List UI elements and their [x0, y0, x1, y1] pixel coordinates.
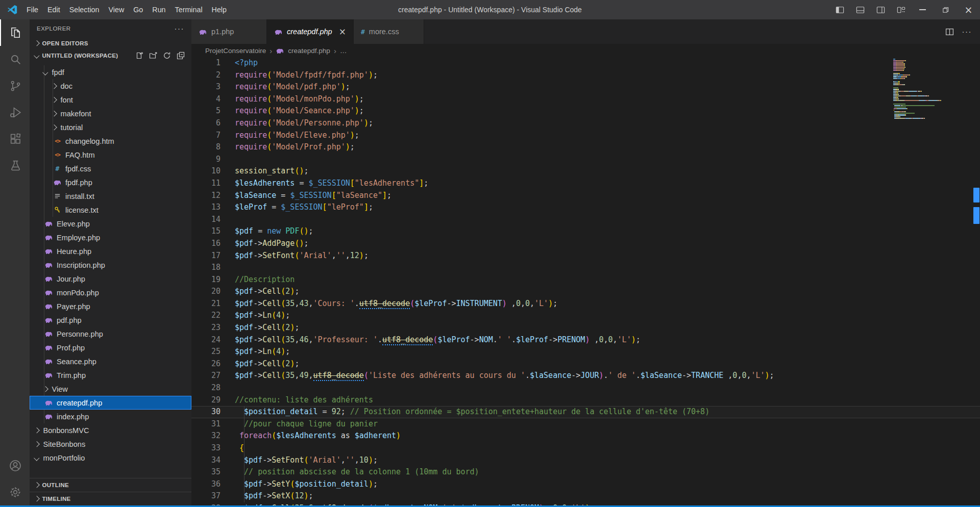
menu-help[interactable]: Help: [207, 0, 231, 19]
line-number: 36: [191, 478, 220, 491]
split-editor-icon[interactable]: [945, 28, 954, 36]
php-file-icon: [199, 28, 207, 36]
section-timeline[interactable]: TIMELINE: [30, 492, 191, 505]
ruler-marker: [973, 207, 979, 224]
tab-createpdf.php[interactable]: createpdf.php×: [267, 19, 354, 44]
menu-selection[interactable]: Selection: [65, 0, 104, 19]
tree-item-label: install.txt: [65, 192, 94, 200]
tree-item-pdf.php[interactable]: pdf.php: [30, 313, 191, 327]
editor-more-actions-icon[interactable]: ···: [962, 29, 972, 34]
breadcrumb-item[interactable]: …: [340, 47, 347, 55]
tree-item-monPdo.php[interactable]: monPdo.php: [30, 286, 191, 299]
tree-item-FAQ.htm[interactable]: <>FAQ.htm: [30, 148, 191, 162]
gear-icon: [9, 486, 22, 499]
activity-run-and-debug[interactable]: [0, 99, 30, 125]
menu-file[interactable]: File: [22, 0, 43, 19]
tree-item-index.php[interactable]: index.php: [30, 410, 191, 423]
menu-view[interactable]: View: [104, 0, 129, 19]
tree-item-fpdf.php[interactable]: fpdf.php: [30, 175, 191, 189]
activity-bar: [0, 19, 30, 505]
menu-edit[interactable]: Edit: [43, 0, 65, 19]
line-number: 14: [191, 214, 220, 226]
tree-item-makefont[interactable]: makefont: [30, 107, 191, 120]
toggle-panel-icon[interactable]: [850, 0, 870, 19]
tree-item-Prof.php[interactable]: Prof.php: [30, 341, 191, 354]
code-editor[interactable]: 1<?php2require('Model/fpdf/fpdf.php');3r…: [191, 57, 980, 505]
tree-item-Payer.php[interactable]: Payer.php: [30, 299, 191, 313]
tree-item-SiteBonbons[interactable]: SiteBonbons: [30, 437, 191, 451]
tree-item-doc[interactable]: doc: [30, 79, 191, 93]
tab-p1.php[interactable]: p1.php: [191, 19, 267, 44]
line-number: 30: [191, 406, 220, 418]
tree-item-Seance.php[interactable]: Seance.php: [30, 354, 191, 368]
minimap-line: [893, 78, 971, 79]
tree-item-Eleve.php[interactable]: Eleve.php: [30, 217, 191, 231]
activity-settings[interactable]: [0, 479, 30, 505]
tree-item-View[interactable]: View: [30, 382, 191, 396]
tree-item-font[interactable]: font: [30, 93, 191, 107]
customize-layout-icon[interactable]: [891, 0, 911, 19]
breadcrumb-item[interactable]: createpdf.php: [288, 47, 330, 55]
minimap-line: [893, 113, 971, 114]
deprecated-function: utf8_decode: [318, 503, 369, 505]
section-outline[interactable]: OUTLINE: [30, 478, 191, 492]
close-tab-icon[interactable]: ×: [339, 28, 346, 36]
menu-terminal[interactable]: Terminal: [170, 0, 207, 19]
minimize-button[interactable]: [911, 0, 934, 19]
activity-explorer[interactable]: [0, 19, 30, 46]
overview-ruler[interactable]: [972, 57, 980, 505]
tree-item-fpdf[interactable]: fpdf: [30, 65, 191, 79]
code-text: require('Model/monPdo.php');: [220, 93, 364, 106]
refresh-icon[interactable]: [162, 51, 172, 60]
tree-item-Jour.php[interactable]: Jour.php: [30, 272, 191, 286]
code-text: $pdf = new PDF();: [220, 225, 313, 238]
new-file-icon[interactable]: [135, 51, 144, 60]
restore-button[interactable]: [934, 0, 957, 19]
code-line-28: 28: [191, 382, 980, 394]
code-line-30: 30 $position_detail = 92; // Position or…: [191, 406, 980, 418]
tree-item-Trim.php[interactable]: Trim.php: [30, 368, 191, 382]
tree-item-Heure.php[interactable]: Heure.php: [30, 244, 191, 258]
toggle-sidebar-icon[interactable]: [829, 0, 850, 19]
minimap-line: [893, 111, 971, 112]
tree-item-install.txt[interactable]: install.txt: [30, 189, 191, 203]
deprecated-function: utf8_decode: [359, 299, 410, 309]
activity-search[interactable]: [0, 46, 30, 72]
minimap-line: [893, 81, 971, 82]
code-text: require('Model/fpdf/fpdf.php');: [220, 69, 378, 82]
menu-run[interactable]: Run: [148, 0, 170, 19]
tree-item-tutorial[interactable]: tutorial: [30, 120, 191, 134]
tree-item-changelog.htm[interactable]: <>changelog.htm: [30, 134, 191, 148]
tree-item-license.txt[interactable]: license.txt: [30, 203, 191, 217]
activity-accounts[interactable]: [0, 452, 30, 479]
tab-more.css[interactable]: #more.css: [354, 19, 424, 44]
explorer-more-actions-icon[interactable]: ···: [175, 26, 185, 31]
code-line-14: 14: [191, 214, 980, 226]
tree-item-Personne.php[interactable]: Personne.php: [30, 327, 191, 341]
section-open-editors[interactable]: OPEN EDITORS: [30, 37, 191, 49]
menu-go[interactable]: Go: [129, 0, 148, 19]
close-window-button[interactable]: ×: [957, 0, 980, 19]
activity-testing[interactable]: [0, 152, 30, 179]
toggle-secondary-sidebar-icon[interactable]: [870, 0, 891, 19]
tree-item-fpdf.css[interactable]: #fpdf.css: [30, 162, 191, 175]
tree-item-createpdf.php[interactable]: createpdf.php: [30, 396, 191, 410]
activity-extensions[interactable]: [0, 125, 30, 152]
minimap-line: [893, 63, 971, 64]
activity-source-control[interactable]: [0, 72, 30, 99]
code-line-34: 34 $pdf->SetFont('Arial','',10);: [191, 454, 980, 467]
tree-item-BonbonsMVC[interactable]: BonbonsMVC: [30, 423, 191, 437]
minimap-line: [893, 110, 971, 111]
section-workspace[interactable]: UNTITLED (WORKSPACE): [30, 49, 191, 62]
collapse-folders-icon[interactable]: [176, 51, 185, 60]
tree-item-Employe.php[interactable]: Employe.php: [30, 231, 191, 244]
php-file-icon: [274, 28, 283, 36]
breadcrumb-item[interactable]: ProjetConservatoire: [205, 47, 266, 55]
tree-item-monPortfolio[interactable]: monPortfolio: [30, 451, 191, 465]
new-folder-icon[interactable]: [149, 51, 158, 60]
tree-item-label: Personne.php: [57, 330, 103, 338]
tree-item-Inscription.php[interactable]: Inscription.php: [30, 258, 191, 272]
minimap[interactable]: [893, 59, 971, 119]
chevron-right-icon: [34, 41, 39, 46]
file-tree: fpdfdocfontmakefonttutorial<>changelog.h…: [30, 62, 191, 478]
